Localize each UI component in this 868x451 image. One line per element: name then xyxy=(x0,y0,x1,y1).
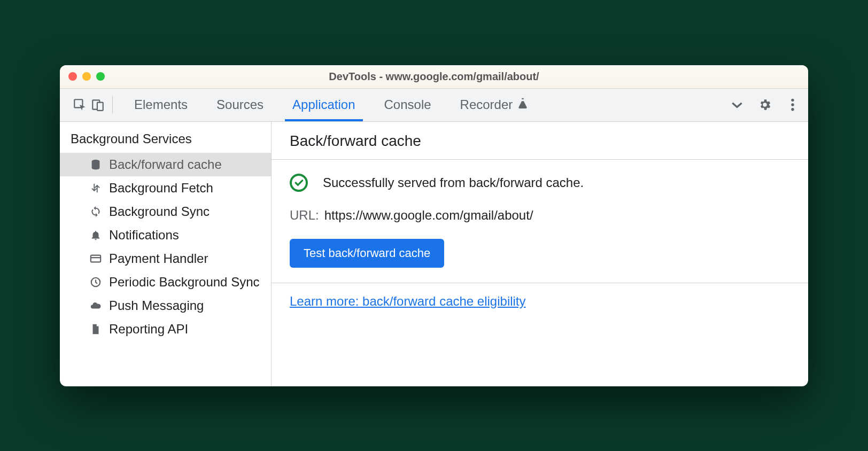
sidebar-item-label: Notifications xyxy=(109,228,179,243)
sidebar-item-bfcache[interactable]: Back/forward cache xyxy=(60,153,271,176)
kebab-icon[interactable] xyxy=(784,96,802,114)
sidebar: Background Services Back/forward cache B… xyxy=(60,122,272,386)
panel-heading: Back/forward cache xyxy=(272,122,808,160)
sidebar-item-label: Periodic Background Sync xyxy=(109,275,259,290)
window-title: DevTools - www.google.com/gmail/about/ xyxy=(60,71,808,83)
devtools-window: DevTools - www.google.com/gmail/about/ E… xyxy=(60,65,808,386)
svg-rect-2 xyxy=(97,103,103,111)
tab-sources[interactable]: Sources xyxy=(203,89,277,121)
tab-label: Application xyxy=(292,97,355,112)
separator xyxy=(112,96,113,113)
url-label: URL: xyxy=(290,208,319,223)
inspect-icon[interactable] xyxy=(71,96,89,114)
panel-footer: Learn more: back/forward cache eligibili… xyxy=(272,283,808,320)
device-toggle-icon[interactable] xyxy=(89,96,107,114)
sidebar-item-notifications[interactable]: Notifications xyxy=(60,223,271,247)
more-tabs-icon[interactable] xyxy=(728,96,746,114)
learn-more-link[interactable]: Learn more: back/forward cache eligibili… xyxy=(290,294,526,308)
status-text: Successfully served from back/forward ca… xyxy=(323,175,584,190)
panel-content: Successfully served from back/forward ca… xyxy=(272,160,808,283)
sidebar-item-label: Background Fetch xyxy=(109,181,213,196)
sidebar-item-label: Background Sync xyxy=(109,204,210,219)
sidebar-item-reporting[interactable]: Reporting API xyxy=(60,317,271,341)
url-value: https://www.google.com/gmail/about/ xyxy=(324,208,533,223)
clock-icon xyxy=(90,276,102,288)
test-bfcache-button[interactable]: Test back/forward cache xyxy=(290,239,444,268)
tab-recorder[interactable]: Recorder xyxy=(446,89,543,121)
tab-bar: Elements Sources Application Console Rec… xyxy=(120,89,722,121)
main-panel: Back/forward cache Successfully served f… xyxy=(272,122,808,386)
database-icon xyxy=(90,159,102,170)
flask-icon xyxy=(517,97,529,112)
url-row: URL: https://www.google.com/gmail/about/ xyxy=(290,208,790,223)
file-icon xyxy=(90,323,102,335)
tab-elements[interactable]: Elements xyxy=(120,89,201,121)
sidebar-item-bgsync[interactable]: Background Sync xyxy=(60,200,271,223)
sidebar-item-label: Back/forward cache xyxy=(109,157,222,172)
sidebar-item-payment[interactable]: Payment Handler xyxy=(60,247,271,270)
card-icon xyxy=(90,253,102,265)
tab-application[interactable]: Application xyxy=(278,89,369,121)
status-row: Successfully served from back/forward ca… xyxy=(290,174,790,192)
cloud-icon xyxy=(90,300,102,312)
titlebar: DevTools - www.google.com/gmail/about/ xyxy=(60,65,808,89)
sidebar-section-title: Background Services xyxy=(60,122,271,153)
tab-label: Elements xyxy=(134,97,188,112)
sidebar-item-label: Payment Handler xyxy=(109,251,208,266)
tab-console[interactable]: Console xyxy=(370,89,445,121)
tab-label: Sources xyxy=(216,97,264,112)
transfer-icon xyxy=(90,182,102,194)
toolbar: Elements Sources Application Console Rec… xyxy=(60,89,808,122)
bell-icon xyxy=(90,229,102,241)
gear-icon[interactable] xyxy=(756,96,774,114)
sidebar-item-label: Push Messaging xyxy=(109,298,204,313)
svg-point-5 xyxy=(791,108,794,111)
tab-label: Recorder xyxy=(460,97,513,112)
panel-body: Background Services Back/forward cache B… xyxy=(60,122,808,386)
tab-label: Console xyxy=(384,97,431,112)
svg-point-4 xyxy=(791,103,794,106)
sync-icon xyxy=(90,206,102,217)
success-check-icon xyxy=(290,174,308,192)
sidebar-item-bgfetch[interactable]: Background Fetch xyxy=(60,176,271,200)
svg-point-3 xyxy=(791,99,794,102)
sidebar-item-push[interactable]: Push Messaging xyxy=(60,294,271,317)
toolbar-right xyxy=(728,96,802,114)
sidebar-item-periodic[interactable]: Periodic Background Sync xyxy=(60,270,271,294)
sidebar-item-label: Reporting API xyxy=(109,322,188,337)
svg-rect-7 xyxy=(91,255,100,262)
